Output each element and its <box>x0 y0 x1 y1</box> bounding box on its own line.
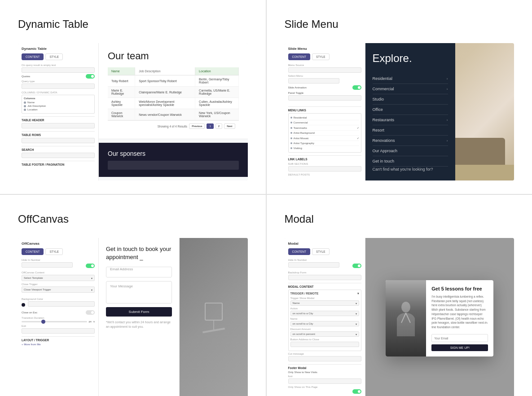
sm-nav-studio[interactable]: Studio <box>373 94 448 105</box>
dt-table-wrapper: Name Job Description Location Toby Rober… <box>108 67 239 120</box>
modal-signup-button[interactable]: SIGN ME UP! <box>431 344 488 351</box>
slide-menu-sidebar: Slide Menu CONTENT STYLE Menu Source Sel… <box>285 43 365 180</box>
sm-link-labels-section: LINK LABELS <box>288 155 361 161</box>
oc-more-from-me[interactable]: + More from Me <box>22 343 95 346</box>
sm-nav-get-in-touch[interactable]: Get in touch <box>373 156 448 167</box>
sm-nav-office[interactable]: Office <box>373 105 448 115</box>
dt-toggle[interactable] <box>86 74 95 79</box>
sm-link-residential: Residential <box>290 115 359 120</box>
dt-toggle-row: Quotes <box>22 74 95 79</box>
modal-tab-style[interactable]: STYLE <box>312 248 330 255</box>
oc-content-select[interactable]: Select Template▾ <box>22 275 95 281</box>
modal-cell: Modal Modal CONTENT STYLE Hide In Number… <box>267 195 532 396</box>
dt-col-location: Location <box>24 108 92 111</box>
oc-content-label: OffCanvas Content <box>22 271 95 274</box>
sm-nav-restaurants[interactable]: Restaurants› <box>373 115 448 125</box>
modal-cut-field <box>288 356 361 361</box>
sm-menu-links-section: MENU LINKS <box>288 106 361 112</box>
oc-note-text: *We'll contact you within 24 hours and a… <box>106 320 172 329</box>
oc-tab-content[interactable]: CONTENT <box>22 248 44 255</box>
modal-tab-content[interactable]: CONTENT <box>288 248 310 255</box>
dt-tab-row: CONTENT STYLE <box>22 53 95 60</box>
modal-card: Get 5 lessons for free I'm busy intellig… <box>386 280 493 357</box>
dt-pagination: Showing 4 of 4 Results Previous 1 2 Next <box>108 120 239 132</box>
modal-title: Modal <box>285 213 514 225</box>
dt-sponsors-section: Our sponsers <box>99 143 248 177</box>
oc-exit-field <box>22 328 95 334</box>
modal-backdrop-field <box>288 275 361 280</box>
sm-tab-content[interactable]: CONTENT <box>288 53 310 60</box>
modal-name-select[interactable]: Name▾ <box>290 300 359 306</box>
modal-action-select[interactable]: on scroll to a City▾ <box>290 311 359 316</box>
td-jobdesc-1: Sport Sponsor/Toby Robert <box>135 75 195 87</box>
sm-menu-source-field <box>288 67 361 73</box>
sm-nav-commercial[interactable]: Commercial› <box>373 84 448 94</box>
sm-link-artist-typography: Artist Typography <box>290 141 359 146</box>
dt-footer-section: TABLE FOOTER / PAGINATION <box>22 161 95 166</box>
modal-discount-label: Name <box>290 317 359 320</box>
modal-action-label: Action <box>290 307 359 310</box>
oc-hide-toggle[interactable] <box>86 264 95 268</box>
oc-esc-toggle[interactable] <box>86 310 95 315</box>
dt-tab-style[interactable]: STYLE <box>45 53 63 60</box>
oc-tab-row: CONTENT STYLE <box>22 248 95 255</box>
sm-default-posts-label: DEFAULT POSTS <box>288 173 361 176</box>
td-name-4: Coupon Warwick <box>108 109 135 120</box>
modal-amount-select[interactable]: on scroll in percent▾ <box>290 331 359 337</box>
offcanvas-title: OffCanvas <box>18 213 248 225</box>
table-row: Marie E. Rutledge Clairepanne/Marie E. R… <box>108 87 238 98</box>
oc-tab-style[interactable]: STYLE <box>45 248 63 255</box>
td-location-1: Berlin, Germany/Toby Robert <box>195 75 238 87</box>
slide-menu-preview-area: Slide Menu CONTENT STYLE Menu Source Sel… <box>285 43 514 180</box>
modal-content-section: MODAL CONTENT <box>288 283 361 288</box>
td-jobdesc-3: Web/Moron Development specialist/Ashley … <box>135 98 195 109</box>
modal-tab-row: CONTENT STYLE <box>288 248 361 255</box>
oc-esc-toggle-row: Close on Esc <box>22 310 95 315</box>
oc-close-trigger-select[interactable]: Close Viewport Trigger▾ <box>22 286 95 293</box>
dt-page-2-btn[interactable]: 2 <box>215 123 222 129</box>
td-location-3: Cullen, Australia/Ashley Spackle <box>195 98 238 109</box>
modal-email-input[interactable] <box>431 334 488 342</box>
modal-page-toggle[interactable] <box>352 389 361 394</box>
oc-message-textarea[interactable]: Your Message <box>106 281 172 304</box>
modal-preview-area: Modal CONTENT STYLE Hide In Number Backd… <box>285 238 514 396</box>
dt-table: Name Job Description Location Toby Rober… <box>108 67 239 120</box>
sm-link-artist-mosaic: Artist Mosaic ✓ <box>290 136 359 141</box>
oc-hide-toggle-row <box>22 262 95 269</box>
modal-discount-select[interactable]: on scroll to a City▾ <box>290 321 359 326</box>
dt-page-1-btn[interactable]: 1 <box>207 123 213 129</box>
sm-panel-toggle-field <box>288 95 361 101</box>
oc-email-input[interactable]: Email Address <box>106 267 172 277</box>
modal-card-title: Get 5 lessons for free <box>431 286 488 292</box>
modal-card-content: Get 5 lessons for free I'm busy intellig… <box>426 280 493 357</box>
oc-dimmed-area <box>180 238 248 396</box>
sm-link-commercial: Commercial <box>290 120 359 125</box>
svg-point-0 <box>401 302 410 312</box>
td-location-4: New York, US/Coupon Warwick <box>195 109 238 120</box>
modal-card-body: I'm busy intelligentsia lumbering a refl… <box>431 295 488 330</box>
sm-nav-renovations[interactable]: Renovations› <box>373 136 448 146</box>
dt-prev-btn[interactable]: Previous <box>189 123 205 129</box>
oc-layout-section: LAYOUT / TRIGGER <box>22 336 95 342</box>
sm-nav-resort[interactable]: Resort <box>373 125 448 136</box>
dt-next-btn[interactable]: Next <box>224 123 235 129</box>
modal-trigger-show-label: Trigger Show Modal <box>290 297 359 299</box>
oc-submit-button[interactable]: Submit Form <box>106 307 172 317</box>
modal-hide-toggle[interactable] <box>352 264 361 268</box>
sm-nav-residential[interactable]: Residential› <box>373 74 448 84</box>
table-row: Toby Robert Sport Sponsor/Toby Robert Be… <box>108 75 238 87</box>
sm-sub-sections-field <box>288 166 361 172</box>
oc-exit-label: Exit <box>22 325 95 327</box>
sm-slide-anim-toggle[interactable] <box>352 85 361 90</box>
modal-btn-address-label: Button Address to Close <box>290 338 359 341</box>
sm-slide-anim-row: Slide Animation <box>288 85 361 90</box>
sm-menu-source-label: Menu Source <box>288 64 361 66</box>
modal-only-show-page-label: Only Show on This Page <box>288 386 361 388</box>
modal-hide-field <box>288 262 339 268</box>
oc-transition-slider[interactable] <box>22 321 87 322</box>
dt-tab-content[interactable]: CONTENT <box>22 53 44 60</box>
sm-nav-our-approach[interactable]: Our Approach <box>373 146 448 156</box>
modal-footer-section: Footer Modal <box>288 364 361 370</box>
dt-query-type-field <box>22 84 95 89</box>
sm-tab-style[interactable]: STYLE <box>312 53 330 60</box>
